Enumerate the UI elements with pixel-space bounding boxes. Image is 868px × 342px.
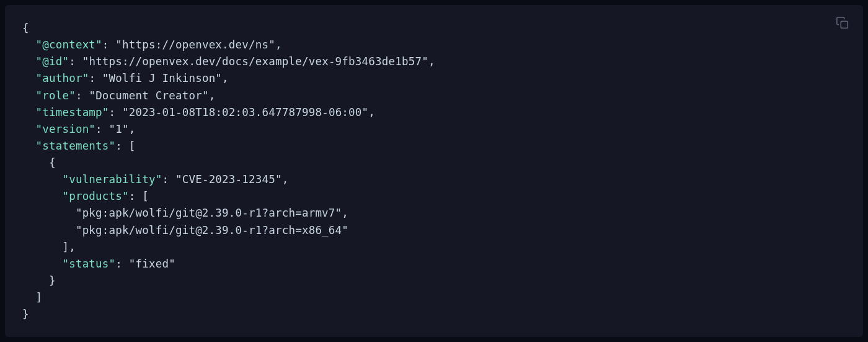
- json-value: "Document Creator": [89, 89, 208, 102]
- svg-rect-0: [841, 21, 848, 28]
- json-key: "version": [35, 123, 95, 135]
- json-key: "author": [35, 72, 89, 84]
- json-key: "vulnerability": [62, 173, 162, 186]
- json-key: "products": [62, 190, 128, 202]
- json-value: "Wolfi J Inkinson": [102, 72, 222, 84]
- json-value: "https://openvex.dev/ns": [115, 38, 275, 51]
- json-value: "1": [109, 123, 129, 135]
- json-key: "@context": [35, 38, 102, 51]
- json-value: "fixed": [129, 258, 175, 270]
- json-value: "CVE-2023-12345": [175, 173, 282, 186]
- brace-close: }: [22, 308, 29, 320]
- copy-button[interactable]: [836, 16, 849, 30]
- json-key: "timestamp": [35, 106, 108, 119]
- json-value: "2023-01-08T18:02:03.647787998-06:00": [122, 106, 368, 119]
- json-key: "@id": [35, 55, 69, 68]
- json-key: "role": [35, 89, 75, 102]
- json-value: "https://openvex.dev/docs/example/vex-9f…: [82, 55, 428, 68]
- json-value: "pkg:apk/wolfi/git@2.39.0-r1?arch=armv7": [76, 207, 342, 219]
- code-block: { "@context": "https://openvex.dev/ns", …: [5, 5, 863, 337]
- json-key: "status": [62, 258, 115, 270]
- json-key: "statements": [35, 140, 115, 152]
- brace-open: {: [22, 22, 29, 34]
- json-content: { "@context": "https://openvex.dev/ns", …: [22, 20, 846, 323]
- json-value: "pkg:apk/wolfi/git@2.39.0-r1?arch=x86_64…: [76, 224, 348, 236]
- copy-icon: [836, 16, 849, 30]
